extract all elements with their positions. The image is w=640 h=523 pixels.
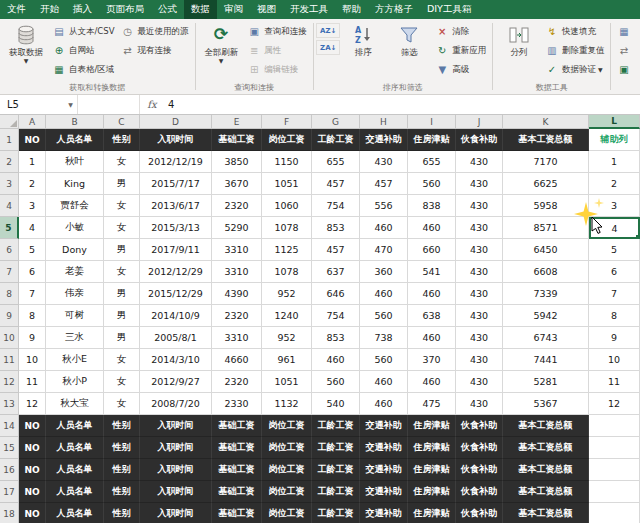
cell-C7[interactable]: 女 xyxy=(104,261,140,283)
row-header-17[interactable]: 17 xyxy=(0,481,19,503)
get-data-button[interactable]: 获取数据 ▼ xyxy=(3,20,49,65)
cell-F4[interactable]: 1060 xyxy=(262,195,312,217)
cell-H16[interactable]: 交通补助 xyxy=(360,459,408,481)
cell-A18[interactable]: NO xyxy=(19,503,46,523)
row-header-9[interactable]: 9 xyxy=(0,305,19,327)
cell-J10[interactable]: 430 xyxy=(456,327,503,349)
remove-duplicates-button[interactable]: ▥ 删除重复值 xyxy=(542,41,608,60)
cell-I6[interactable]: 660 xyxy=(408,239,456,261)
cell-I12[interactable]: 460 xyxy=(408,371,456,393)
row-header-3[interactable]: 3 xyxy=(0,173,19,195)
column-header-C[interactable]: C xyxy=(104,115,140,129)
cell-F11[interactable]: 961 xyxy=(262,349,312,371)
cell-K9[interactable]: 5942 xyxy=(503,305,589,327)
cell-A9[interactable]: 8 xyxy=(19,305,46,327)
cell-A11[interactable]: 10 xyxy=(19,349,46,371)
cell-C10[interactable]: 男 xyxy=(104,327,140,349)
cell-A13[interactable]: 12 xyxy=(19,393,46,415)
cell-H1[interactable]: 交通补助 xyxy=(360,129,408,151)
edit-links-button[interactable]: ⊞ 编辑链接 xyxy=(244,60,310,79)
cell-B17[interactable]: 人员名单 xyxy=(46,481,104,503)
cell-E13[interactable]: 2330 xyxy=(212,393,262,415)
cell-F18[interactable]: 岗位工资 xyxy=(262,503,312,523)
cell-C15[interactable]: 性别 xyxy=(104,437,140,459)
cell-E14[interactable]: 基础工资 xyxy=(212,415,262,437)
cell-E10[interactable]: 3310 xyxy=(212,327,262,349)
cell-G6[interactable]: 457 xyxy=(312,239,360,261)
cell-B12[interactable]: 秋小P xyxy=(46,371,104,393)
cell-D13[interactable]: 2008/7/20 xyxy=(140,393,212,415)
row-header-8[interactable]: 8 xyxy=(0,283,19,305)
cell-B1[interactable]: 人员名单 xyxy=(46,129,104,151)
cell-A7[interactable]: 6 xyxy=(19,261,46,283)
cell-B16[interactable]: 人员名单 xyxy=(46,459,104,481)
cell-L13[interactable]: 12 xyxy=(589,393,640,415)
sort-button[interactable]: A Z 排序 xyxy=(340,20,386,58)
column-header-D[interactable]: D xyxy=(140,115,212,129)
cell-G14[interactable]: 工龄工资 xyxy=(312,415,360,437)
cell-H7[interactable]: 360 xyxy=(360,261,408,283)
row-header-4[interactable]: 4 xyxy=(0,195,19,217)
cell-F16[interactable]: 岗位工资 xyxy=(262,459,312,481)
cell-D3[interactable]: 2015/7/17 xyxy=(140,173,212,195)
cell-E3[interactable]: 3670 xyxy=(212,173,262,195)
cell-J17[interactable]: 伙食补助 xyxy=(456,481,503,503)
cell-I15[interactable]: 住房津贴 xyxy=(408,437,456,459)
cell-E12[interactable]: 2320 xyxy=(212,371,262,393)
cell-B3[interactable]: King xyxy=(46,173,104,195)
cell-K16[interactable]: 基本工资总额 xyxy=(503,459,589,481)
cell-H18[interactable]: 交通补助 xyxy=(360,503,408,523)
insert-function-button[interactable]: fx xyxy=(140,95,164,114)
cell-E16[interactable]: 基础工资 xyxy=(212,459,262,481)
cell-I17[interactable]: 住房津贴 xyxy=(408,481,456,503)
cell-J16[interactable]: 伙食补助 xyxy=(456,459,503,481)
cell-E18[interactable]: 基础工资 xyxy=(212,503,262,523)
cell-H2[interactable]: 430 xyxy=(360,151,408,173)
cell-K17[interactable]: 基本工资总额 xyxy=(503,481,589,503)
cell-E11[interactable]: 4660 xyxy=(212,349,262,371)
select-all-corner[interactable] xyxy=(0,115,19,129)
cell-G17[interactable]: 工龄工资 xyxy=(312,481,360,503)
cell-H12[interactable]: 460 xyxy=(360,371,408,393)
cell-C8[interactable]: 男 xyxy=(104,283,140,305)
cell-B7[interactable]: 老姜 xyxy=(46,261,104,283)
from-web-button[interactable]: ⊕ 自网站 xyxy=(49,41,118,60)
column-header-J[interactable]: J xyxy=(456,115,503,129)
cell-D8[interactable]: 2015/12/29 xyxy=(140,283,212,305)
cell-J2[interactable]: 430 xyxy=(456,151,503,173)
column-header-E[interactable]: E xyxy=(212,115,262,129)
cell-G16[interactable]: 工龄工资 xyxy=(312,459,360,481)
cell-F17[interactable]: 岗位工资 xyxy=(262,481,312,503)
cell-F14[interactable]: 岗位工资 xyxy=(262,415,312,437)
ribbon-tab-视图[interactable]: 视图 xyxy=(250,0,283,19)
cell-I5[interactable]: 460 xyxy=(408,217,456,239)
row-header-12[interactable]: 12 xyxy=(0,371,19,393)
column-header-F[interactable]: F xyxy=(262,115,312,129)
cell-K8[interactable]: 7339 xyxy=(503,283,589,305)
cell-B6[interactable]: Dony xyxy=(46,239,104,261)
column-header-I[interactable]: I xyxy=(408,115,456,129)
cell-G9[interactable]: 754 xyxy=(312,305,360,327)
cell-J8[interactable]: 430 xyxy=(456,283,503,305)
cell-A15[interactable]: NO xyxy=(19,437,46,459)
cell-G7[interactable]: 637 xyxy=(312,261,360,283)
cell-L16[interactable] xyxy=(589,459,640,481)
cell-J3[interactable]: 430 xyxy=(456,173,503,195)
cell-G4[interactable]: 754 xyxy=(312,195,360,217)
clipped-button-3[interactable]: ▣ xyxy=(614,60,637,79)
cell-G10[interactable]: 853 xyxy=(312,327,360,349)
cell-D12[interactable]: 2012/9/27 xyxy=(140,371,212,393)
ribbon-tab-开发工具[interactable]: 开发工具 xyxy=(283,0,335,19)
cell-G15[interactable]: 工龄工资 xyxy=(312,437,360,459)
cell-E9[interactable]: 2320 xyxy=(212,305,262,327)
cell-L17[interactable] xyxy=(589,481,640,503)
from-text-csv-button[interactable]: ▤ 从文本/CSV xyxy=(49,22,118,41)
cell-I14[interactable]: 住房津贴 xyxy=(408,415,456,437)
cell-D18[interactable]: 入职时间 xyxy=(140,503,212,523)
cell-E2[interactable]: 3850 xyxy=(212,151,262,173)
cell-H4[interactable]: 556 xyxy=(360,195,408,217)
cell-B2[interactable]: 秋叶 xyxy=(46,151,104,173)
cell-B11[interactable]: 秋小E xyxy=(46,349,104,371)
cell-E1[interactable]: 基础工资 xyxy=(212,129,262,151)
column-header-A[interactable]: A xyxy=(19,115,46,129)
